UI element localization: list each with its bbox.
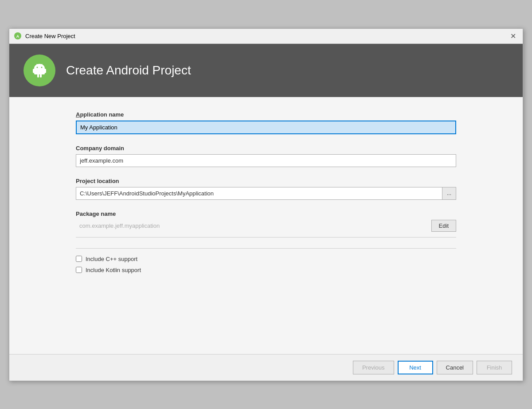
project-location-input[interactable] — [76, 187, 442, 200]
svg-point-9 — [37, 66, 38, 68]
package-name-label: Package name — [76, 210, 456, 217]
app-name-group: Application name — [76, 111, 456, 134]
project-location-group: Project location ... — [76, 178, 456, 200]
title-bar: A Create New Project ✕ — [9, 29, 523, 44]
cancel-button[interactable]: Cancel — [437, 361, 473, 374]
cpp-checkbox-label[interactable]: Include C++ support — [86, 256, 137, 262]
header-banner: Create Android Project — [9, 44, 523, 97]
main-window: A Create New Project ✕ — [9, 28, 523, 381]
kotlin-checkbox-item: Include Kotlin support — [76, 267, 456, 273]
svg-point-10 — [41, 66, 43, 68]
android-logo — [23, 55, 55, 86]
package-name-value: com.example.jeff.myapplication — [76, 220, 431, 232]
next-button[interactable]: Next — [398, 361, 433, 374]
project-location-row: ... — [76, 187, 456, 200]
svg-rect-5 — [33, 69, 35, 73]
cpp-checkbox-item: Include C++ support — [76, 256, 456, 262]
checkbox-group: Include C++ support Include Kotlin suppo… — [76, 248, 456, 273]
company-domain-label: Company domain — [76, 145, 456, 152]
svg-rect-4 — [34, 68, 45, 74]
footer: Previous Next Cancel Finish — [9, 354, 523, 381]
kotlin-checkbox[interactable] — [76, 267, 82, 273]
content-area: Application name Company domain Project … — [9, 97, 523, 354]
close-button[interactable]: ✕ — [508, 31, 518, 41]
package-name-row: com.example.jeff.myapplication Edit — [76, 220, 456, 238]
app-name-input[interactable] — [76, 121, 456, 134]
project-location-label: Project location — [76, 178, 456, 184]
window-title: Create New Project — [25, 33, 75, 39]
package-name-group: Package name com.example.jeff.myapplicat… — [76, 210, 456, 238]
edit-button[interactable]: Edit — [431, 220, 456, 232]
title-bar-left: A Create New Project — [14, 32, 75, 40]
svg-rect-6 — [44, 69, 46, 73]
svg-rect-7 — [37, 74, 39, 78]
company-domain-group: Company domain — [76, 145, 456, 167]
company-domain-input[interactable] — [76, 154, 456, 167]
svg-text:A: A — [16, 34, 20, 39]
app-name-label: Application name — [76, 111, 456, 118]
previous-button[interactable]: Previous — [353, 361, 394, 374]
svg-rect-8 — [40, 74, 42, 78]
header-title: Create Android Project — [66, 63, 191, 78]
browse-button[interactable]: ... — [442, 187, 456, 200]
cpp-checkbox[interactable] — [76, 256, 82, 262]
finish-button[interactable]: Finish — [477, 361, 512, 374]
kotlin-checkbox-label[interactable]: Include Kotlin support — [86, 267, 141, 273]
logo-svg — [28, 59, 51, 82]
android-studio-icon: A — [14, 32, 22, 40]
